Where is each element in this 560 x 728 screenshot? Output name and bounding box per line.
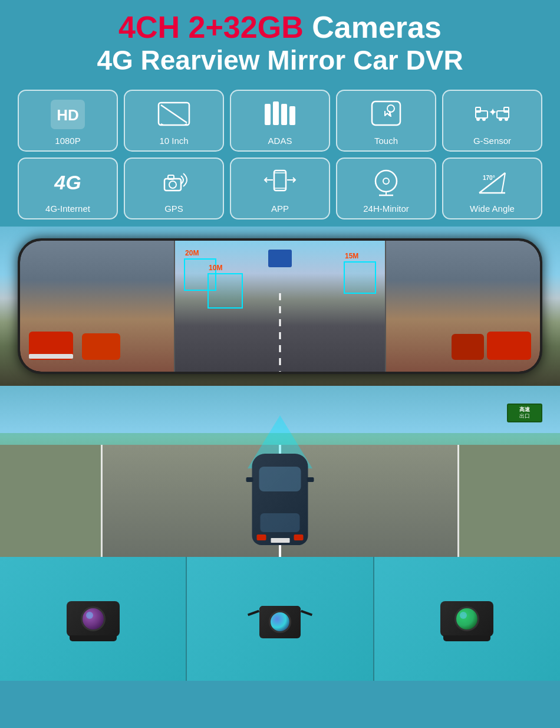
side-camera-left bbox=[67, 601, 120, 637]
camera-lens-right bbox=[454, 606, 479, 631]
header-highlight: 4CH 2+32GB bbox=[118, 10, 304, 44]
svg-point-23 bbox=[169, 181, 176, 188]
feature-10inch-label: 10 Inch bbox=[159, 136, 188, 146]
camera-panel-center bbox=[187, 557, 373, 681]
svg-point-31 bbox=[383, 178, 389, 184]
feature-app: APP bbox=[230, 158, 330, 219]
feature-wideangle-label: Wide Angle bbox=[470, 204, 515, 214]
header-section: 4CH 2+32GB Cameras 4G Rearview Mirror Ca… bbox=[0, 0, 560, 83]
mirror-display-section: 20M 10M 15M bbox=[0, 227, 560, 386]
svg-line-5 bbox=[161, 105, 187, 123]
camera-panel-right bbox=[374, 557, 560, 681]
wideangle-icon: 170° bbox=[472, 165, 513, 200]
feature-hd: HD 1080P bbox=[18, 90, 118, 152]
hd-icon: HD bbox=[47, 97, 88, 132]
camera-panel-left bbox=[0, 557, 186, 681]
detection-label-20m: 20M bbox=[185, 249, 199, 257]
svg-text:170°: 170° bbox=[483, 175, 495, 181]
svg-rect-10 bbox=[372, 101, 400, 125]
header-title-line1: 4CH 2+32GB Cameras bbox=[6, 11, 554, 44]
side-camera-right bbox=[440, 601, 493, 637]
detection-label-10m: 10M bbox=[209, 264, 222, 272]
camera-lens-rear bbox=[269, 611, 291, 633]
svg-rect-9 bbox=[289, 106, 295, 125]
feature-gsensor: ✦ G-Sensor bbox=[442, 90, 542, 152]
feature-4g: 4G 4G-Internet bbox=[18, 158, 118, 219]
camera-body-right bbox=[440, 601, 493, 637]
4g-icon: 4G bbox=[47, 165, 88, 200]
camera-lens-left bbox=[81, 606, 106, 631]
svg-point-15 bbox=[482, 117, 486, 121]
svg-rect-6 bbox=[265, 104, 271, 125]
feature-10inch: 10 Inch bbox=[124, 90, 224, 152]
svg-text:HD: HD bbox=[57, 106, 79, 124]
features-row-2: 4G 4G-Internet GPS bbox=[18, 158, 542, 219]
feature-gps-label: GPS bbox=[164, 204, 183, 214]
feature-4g-label: 4G-Internet bbox=[45, 204, 90, 214]
cameras-section bbox=[0, 557, 560, 681]
svg-rect-7 bbox=[273, 101, 279, 125]
feature-gps: GPS bbox=[124, 158, 224, 219]
camera-body-rear bbox=[259, 606, 301, 638]
detection-label-15m: 15M bbox=[345, 252, 358, 260]
header-suffix: Cameras bbox=[312, 10, 442, 44]
feature-gsensor-label: G-Sensor bbox=[473, 136, 511, 146]
app-icon bbox=[259, 165, 301, 200]
feature-adas: ADAS bbox=[230, 90, 330, 152]
mirror-panel-right bbox=[386, 241, 540, 372]
feature-24h: 24H-Minitor bbox=[336, 158, 436, 219]
gsensor-icon: ✦ bbox=[472, 97, 513, 132]
svg-rect-25 bbox=[274, 170, 286, 191]
touch-icon bbox=[365, 97, 407, 132]
rear-camera bbox=[248, 600, 312, 638]
header-title-line2: 4G Rearview Mirror Car DVR bbox=[6, 44, 554, 77]
svg-point-18 bbox=[499, 117, 502, 121]
mirror-panel-left bbox=[20, 241, 174, 372]
svg-text:4G: 4G bbox=[54, 171, 81, 194]
24h-icon bbox=[365, 165, 407, 200]
gps-icon bbox=[153, 165, 195, 200]
road-section: 高速 出口 bbox=[0, 386, 560, 557]
features-row-1: HD 1080P 10 Inch bbox=[18, 90, 542, 152]
svg-point-11 bbox=[387, 105, 394, 112]
mirror-background: 20M 10M 15M bbox=[0, 227, 560, 386]
10inch-icon bbox=[153, 97, 195, 132]
svg-point-14 bbox=[476, 117, 480, 121]
svg-rect-8 bbox=[281, 104, 287, 125]
feature-touch-label: Touch bbox=[374, 136, 398, 146]
feature-adas-label: ADAS bbox=[268, 136, 292, 146]
adas-icon bbox=[259, 97, 301, 132]
feature-touch: Touch bbox=[336, 90, 436, 152]
mirror-inner: 20M 10M 15M bbox=[20, 241, 540, 372]
feature-24h-label: 24H-Minitor bbox=[363, 204, 409, 214]
feature-wideangle: 170° Wide Angle bbox=[442, 158, 542, 219]
svg-point-30 bbox=[375, 170, 397, 192]
features-section: HD 1080P 10 Inch bbox=[0, 83, 560, 227]
svg-text:✦: ✦ bbox=[489, 107, 497, 117]
feature-app-label: APP bbox=[271, 204, 289, 214]
camera-body-left bbox=[67, 601, 120, 637]
svg-point-19 bbox=[505, 117, 508, 121]
mirror-frame: 20M 10M 15M bbox=[18, 238, 542, 374]
mirror-panel-center: 20M 10M 15M bbox=[175, 241, 385, 372]
feature-hd-label: 1080P bbox=[55, 136, 80, 146]
